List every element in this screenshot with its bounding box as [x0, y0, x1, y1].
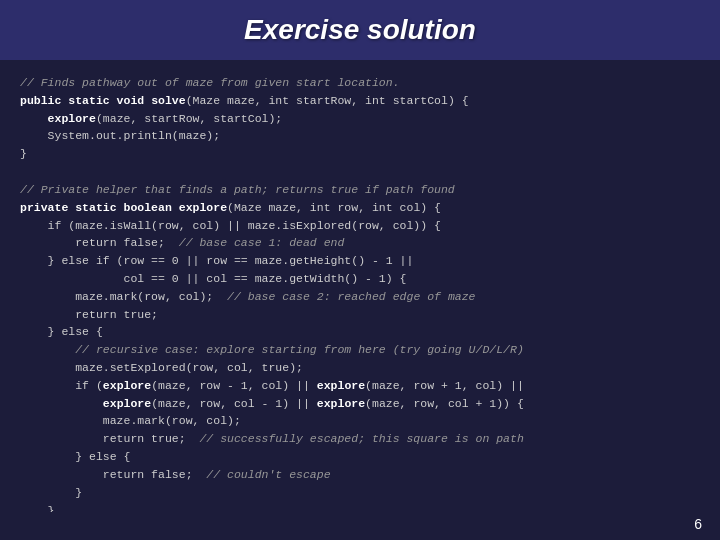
- title-bar: Exercise solution: [0, 0, 720, 60]
- page-number: 6: [0, 512, 720, 540]
- code-line-10: return false; // base case 1: dead end: [20, 236, 344, 249]
- code-line-12: col == 0 || col == maze.getWidth() - 1) …: [20, 272, 406, 285]
- code-line-5: }: [20, 147, 27, 160]
- code-line-19: explore(maze, row, col - 1) || explore(m…: [20, 397, 524, 410]
- slide: Exercise solution // Finds pathway out o…: [0, 0, 720, 540]
- code-line-14: return true;: [20, 308, 158, 321]
- slide-title: Exercise solution: [20, 14, 700, 46]
- code-line-25: }: [20, 504, 55, 513]
- code-line-20: maze.mark(row, col);: [20, 414, 241, 427]
- code-line-9: if (maze.isWall(row, col) || maze.isExpl…: [20, 219, 441, 232]
- code-block: // Finds pathway out of maze from given …: [20, 74, 700, 512]
- code-area: // Finds pathway out of maze from given …: [0, 60, 720, 512]
- code-line-15: } else {: [20, 325, 103, 338]
- comment-line-1: // Finds pathway out of maze from given …: [20, 76, 400, 89]
- code-line-16: // recursive case: explore starting from…: [20, 343, 524, 356]
- code-line-13: maze.mark(row, col); // base case 2: rea…: [20, 290, 476, 303]
- code-line-4: System.out.println(maze);: [20, 129, 220, 142]
- code-line-21: return true; // successfully escaped; th…: [20, 432, 524, 445]
- code-line-3: explore(maze, startRow, startCol);: [20, 112, 282, 125]
- code-line-8: private static boolean explore(Maze maze…: [20, 201, 441, 214]
- code-line-18: if (explore(maze, row - 1, col) || explo…: [20, 379, 524, 392]
- code-line-23: return false; // couldn't escape: [20, 468, 331, 481]
- code-line-24: }: [20, 486, 82, 499]
- code-line-17: maze.setExplored(row, col, true);: [20, 361, 303, 374]
- code-line-22: } else {: [20, 450, 130, 463]
- code-line-11: } else if (row == 0 || row == maze.getHe…: [20, 254, 413, 267]
- code-line-2: public static void solve(Maze maze, int …: [20, 94, 469, 107]
- comment-line-7: // Private helper that finds a path; ret…: [20, 183, 455, 196]
